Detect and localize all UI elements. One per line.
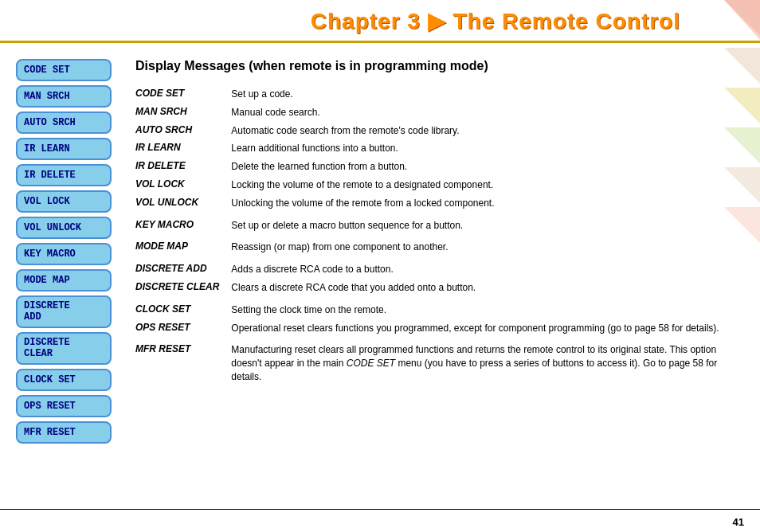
definition-desc: Manual code search. xyxy=(231,104,744,122)
definition-term: CODE SET xyxy=(135,85,231,104)
definition-desc: Locking the volume of the remote to a de… xyxy=(231,176,744,194)
definition-desc: Setting the clock time on the remote. xyxy=(231,301,744,319)
definition-term: DISCRETE CLEAR xyxy=(135,279,231,297)
definition-row: MFR RESETManufacturing reset clears all … xyxy=(135,341,744,385)
definition-row: AUTO SRCHAutomatic code search from the … xyxy=(135,122,744,140)
definition-term: MODE MAP xyxy=(135,238,231,256)
definition-desc: Learn additional functions into a button… xyxy=(231,139,744,158)
definition-row: CLOCK SETSetting the clock time on the r… xyxy=(135,301,744,319)
definition-term: VOL LOCK xyxy=(135,176,231,194)
definition-term: OPS RESET xyxy=(135,319,231,338)
definition-term: AUTO SRCH xyxy=(135,122,231,140)
definition-desc: Manufacturing reset clears all programme… xyxy=(231,341,744,385)
definition-desc: Operational reset clears functions you p… xyxy=(231,319,744,338)
definition-row: IR LEARNLearn additional functions into … xyxy=(135,139,744,158)
sidebar-btn-ops-reset[interactable]: OPS RESET xyxy=(16,395,112,417)
definition-term: MFR RESET xyxy=(135,341,231,385)
content-area: Display Messages (when remote is in prog… xyxy=(127,59,744,479)
definition-term: IR LEARN xyxy=(135,139,231,158)
definition-term: IR DELETE xyxy=(135,158,231,176)
definition-desc: Set up or delete a macro button sequence… xyxy=(231,217,744,235)
definition-desc: Reassign (or map) from one component to … xyxy=(231,238,744,256)
definitions-table: CODE SETSet up a code.MAN SRCHManual cod… xyxy=(135,85,744,386)
definition-row: KEY MACROSet up or delete a macro button… xyxy=(135,217,744,235)
definition-term: CLOCK SET xyxy=(135,301,231,319)
definition-term: KEY MACRO xyxy=(135,217,231,235)
chapter-title: Chapter 3 ▶ The Remote Control xyxy=(16,8,688,41)
sidebar-btn-mfr-reset[interactable]: MFR RESET xyxy=(16,421,112,444)
sidebar-btn-man-srch[interactable]: MAN SRCH xyxy=(16,85,112,108)
definition-term: DISCRETE ADD xyxy=(135,260,231,279)
definition-desc: Automatic code search from the remote's … xyxy=(231,122,744,140)
definition-row: MAN SRCHManual code search. xyxy=(135,104,744,122)
section-title: Display Messages (when remote is in prog… xyxy=(135,59,744,73)
definition-term: VOL UNLOCK xyxy=(135,194,231,213)
sidebar: CODE SETMAN SRCHAUTO SRCHIR LEARNIR DELE… xyxy=(16,59,112,479)
sidebar-btn-ir-learn[interactable]: IR LEARN xyxy=(16,138,112,160)
sidebar-btn-vol-unlock[interactable]: VOL UNLOCK xyxy=(16,217,112,239)
sidebar-btn-vol-lock[interactable]: VOL LOCK xyxy=(16,190,112,213)
sidebar-btn-mode-map[interactable]: MODE MAP xyxy=(16,269,112,291)
page-number: 41 xyxy=(733,516,744,528)
footer-line xyxy=(0,509,760,510)
definition-term: MAN SRCH xyxy=(135,104,231,122)
definition-row: MODE MAPReassign (or map) from one compo… xyxy=(135,238,744,256)
sidebar-btn-discrete-add[interactable]: DISCRETEADD xyxy=(16,295,112,328)
sidebar-btn-discrete-clear[interactable]: DISCRETECLEAR xyxy=(16,332,112,365)
sidebar-btn-auto-srch[interactable]: AUTO SRCH xyxy=(16,111,112,134)
definition-row: IR DELETEDelete the learned function fro… xyxy=(135,158,744,176)
sidebar-btn-ir-delete[interactable]: IR DELETE xyxy=(16,164,112,186)
sidebar-btn-key-macro[interactable]: KEY MACRO xyxy=(16,243,112,265)
definition-row: VOL LOCKLocking the volume of the remote… xyxy=(135,176,744,194)
definition-desc: Delete the learned function from a butto… xyxy=(231,158,744,176)
definition-row: CODE SETSet up a code. xyxy=(135,85,744,104)
definition-row: DISCRETE CLEARClears a discrete RCA code… xyxy=(135,279,744,297)
definition-row: OPS RESETOperational reset clears functi… xyxy=(135,319,744,338)
sidebar-btn-clock-set[interactable]: CLOCK SET xyxy=(16,369,112,391)
definition-desc: Unlocking the volume of the remote from … xyxy=(231,194,744,213)
definition-desc: Adds a discrete RCA code to a button. xyxy=(231,260,744,279)
page-header: Chapter 3 ▶ The Remote Control xyxy=(0,0,760,43)
definition-row: DISCRETE ADDAdds a discrete RCA code to … xyxy=(135,260,744,279)
sidebar-btn-code-set[interactable]: CODE SET xyxy=(16,59,112,81)
definition-desc: Clears a discrete RCA code that you adde… xyxy=(231,279,744,297)
definition-desc: Set up a code. xyxy=(231,85,744,104)
main-layout: CODE SETMAN SRCHAUTO SRCHIR LEARNIR DELE… xyxy=(0,43,760,495)
definition-row: VOL UNLOCKUnlocking the volume of the re… xyxy=(135,194,744,213)
